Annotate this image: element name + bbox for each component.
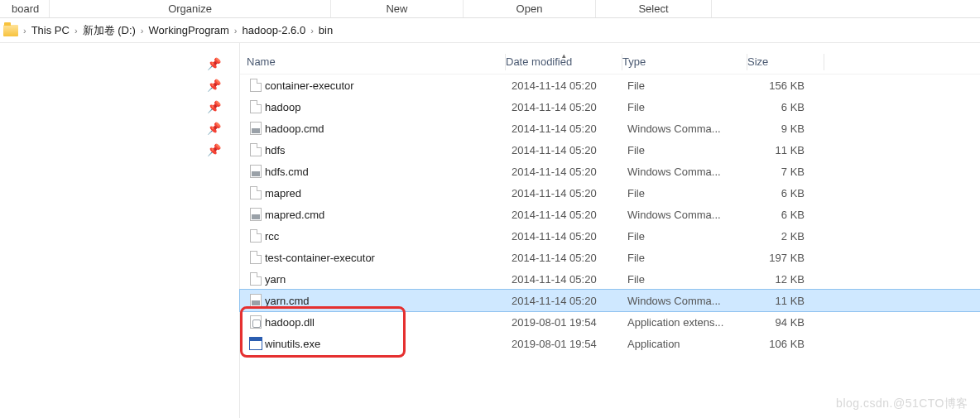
file-row[interactable]: hadoop.cmd2014-11-14 05:20Windows Comma.… [240,118,980,139]
pin-icon[interactable]: 📌 [207,122,221,135]
file-date: 2014-11-14 05:20 [512,79,627,92]
file-row[interactable]: mapred2014-11-14 05:20File6 KB [240,182,980,204]
file-type: File [627,252,752,264]
file-date: 2014-11-14 05:20 [512,273,627,286]
header-type[interactable]: Type [622,55,747,68]
file-name: test-container-executor [265,252,512,264]
file-icon [247,251,265,264]
breadcrumb[interactable]: › This PC › 新加卷 (D:) › WorkingProgram › … [0,18,980,43]
dll-icon [247,315,265,329]
file-date: 2014-11-14 05:20 [512,209,627,221]
cmd-icon [247,122,265,135]
file-size: 6 KB [752,187,811,199]
header-name[interactable]: Name [240,55,505,68]
file-size: 12 KB [752,273,811,286]
pin-icon[interactable]: 📌 [207,79,221,92]
file-type: Application [627,338,752,350]
file-date: 2014-11-14 05:20 [512,252,627,264]
file-type: Windows Comma... [627,295,752,307]
file-row[interactable]: winutils.exe2019-08-01 19:54Application1… [240,333,980,354]
ribbon-tab-organize[interactable]: Organize [50,0,331,17]
file-row[interactable]: yarn.cmd2014-11-14 05:20Windows Comma...… [240,290,980,311]
file-date: 2019-08-01 19:54 [512,338,627,350]
file-size: 6 KB [752,209,811,221]
header-date[interactable]: ▴ Date modified [506,55,622,68]
file-size: 6 KB [752,101,811,113]
file-name: hadoop [265,101,512,113]
ribbon-tab-select[interactable]: Select [596,0,712,17]
file-size: 197 KB [752,252,811,264]
file-name: yarn.cmd [265,295,512,307]
chevron-right-icon[interactable]: › [234,26,238,36]
pin-icon[interactable]: 📌 [207,143,221,156]
file-row[interactable]: mapred.cmd2014-11-14 05:20Windows Comma.… [240,204,980,225]
exe-icon [247,337,265,350]
crumb-workingprogram[interactable]: WorkingProgram [149,24,229,36]
file-type: Windows Comma... [627,123,752,135]
file-type: File [627,144,752,156]
file-size: 9 KB [752,123,811,135]
file-icon [247,79,265,92]
file-icon [247,229,265,243]
file-date: 2014-11-14 05:20 [512,187,627,199]
pin-icon[interactable]: 📌 [207,57,221,70]
cmd-icon [247,165,265,178]
file-size: 11 KB [752,295,811,307]
file-type: Windows Comma... [627,166,752,178]
crumb-bin[interactable]: bin [319,24,333,36]
file-icon [247,186,265,199]
watermark: blog.csdn.@51CTO博客 [836,396,968,411]
header-size[interactable]: Size [747,55,824,68]
column-headers: Name ▴ Date modified Type Size [240,50,980,74]
crumb-hadoop[interactable]: hadoop-2.6.0 [243,24,306,36]
chevron-right-icon[interactable]: › [23,26,26,36]
file-date: 2014-11-14 05:20 [512,144,627,156]
file-date: 2019-08-01 19:54 [512,316,627,329]
file-type: File [627,273,752,286]
chevron-right-icon[interactable]: › [74,26,78,36]
file-row[interactable]: hadoop2014-11-14 05:20File6 KB [240,96,980,118]
file-size: 94 KB [752,316,811,329]
file-name: mapred.cmd [265,209,512,221]
file-type: File [627,230,752,243]
file-type: File [627,101,752,113]
file-size: 2 KB [752,230,811,243]
pin-icon[interactable]: 📌 [207,100,221,113]
file-type: File [627,187,752,199]
file-row[interactable]: yarn2014-11-14 05:20File12 KB [240,268,980,290]
file-date: 2014-11-14 05:20 [512,230,627,243]
file-row[interactable]: hdfs2014-11-14 05:20File11 KB [240,139,980,161]
file-icon [247,143,265,156]
chevron-right-icon[interactable]: › [141,26,144,36]
file-icon [247,272,265,286]
file-listing: Name ▴ Date modified Type Size container… [240,43,980,418]
file-row[interactable]: hadoop.dll2019-08-01 19:54Application ex… [240,311,980,333]
crumb-drive[interactable]: 新加卷 (D:) [83,23,136,38]
ribbon-tab-open[interactable]: Open [464,0,596,17]
file-size: 156 KB [752,79,811,92]
file-name: winutils.exe [265,338,512,350]
cmd-icon [247,208,265,221]
chevron-right-icon[interactable]: › [310,26,314,36]
file-row[interactable]: test-container-executor2014-11-14 05:20F… [240,247,980,268]
cmd-icon [247,294,265,307]
file-type: Windows Comma... [627,209,752,221]
file-row[interactable]: container-executor2014-11-14 05:20File15… [240,74,980,96]
file-size: 11 KB [752,144,811,156]
file-name: hdfs [265,144,512,156]
file-date: 2014-11-14 05:20 [512,101,627,113]
file-size: 7 KB [752,166,811,178]
file-date: 2014-11-14 05:20 [512,123,627,135]
file-row[interactable]: hdfs.cmd2014-11-14 05:20Windows Comma...… [240,161,980,182]
file-row[interactable]: rcc2014-11-14 05:20File2 KB [240,225,980,247]
ribbon-tab-new[interactable]: New [331,0,464,17]
crumb-this-pc[interactable]: This PC [31,24,70,36]
ribbon-tab-clipboard[interactable]: board [0,0,50,17]
file-name: hadoop.dll [265,316,512,329]
file-name: yarn [265,273,512,286]
file-type: Application extens... [627,316,752,329]
file-name: rcc [265,230,512,243]
file-name: mapred [265,187,512,199]
file-date: 2014-11-14 05:20 [512,295,627,307]
folder-icon [3,25,18,36]
